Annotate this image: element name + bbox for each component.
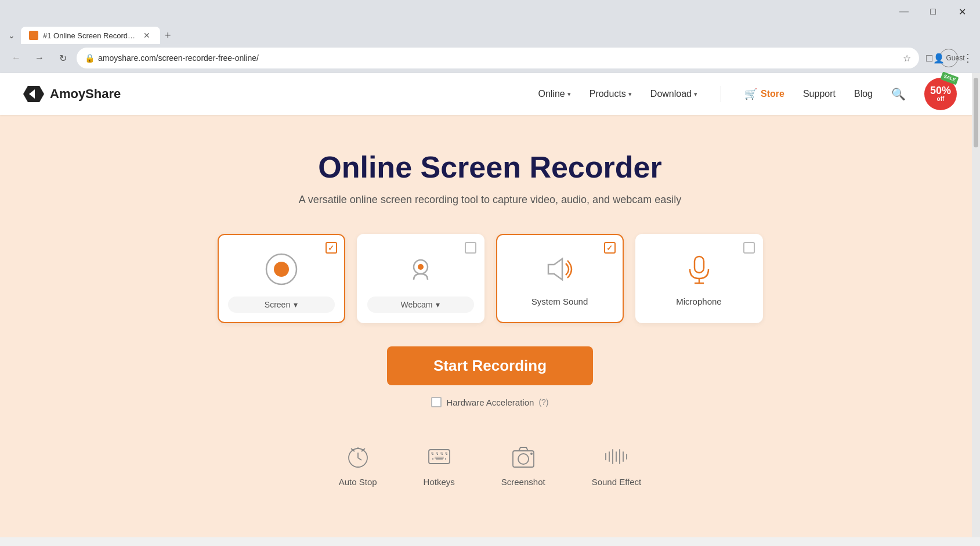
url-text: amoyshare.com/screen-recorder-free-onlin… (98, 53, 899, 63)
tab-close-button[interactable]: ✕ (142, 30, 152, 41)
svg-marker-6 (548, 259, 562, 280)
hardware-acceleration-label: Hardware Acceleration (446, 397, 534, 407)
sale-badge[interactable]: SALE 50% off (924, 78, 957, 110)
features-row: Auto Stop (12, 442, 968, 487)
microphone-label: Microphone (676, 296, 721, 306)
nav-products[interactable]: Products ▾ (590, 89, 632, 99)
nav-blog[interactable]: Blog (854, 89, 873, 99)
nav-support[interactable]: Support (803, 89, 836, 99)
auto-stop-label: Auto Stop (339, 477, 377, 487)
microphone-icon (679, 249, 719, 290)
webcam-checkbox[interactable] (465, 242, 476, 254)
address-bar[interactable]: 🔒 amoyshare.com/screen-recorder-free-onl… (77, 48, 919, 68)
svg-rect-22 (445, 452, 447, 454)
auto-stop-feature[interactable]: Auto Stop (339, 442, 377, 487)
logo-text: AmoyShare (50, 86, 121, 102)
screenshot-icon (509, 442, 538, 471)
main-content: Online Screen Recorder A versatile onlin… (0, 115, 980, 510)
nav-divider (721, 86, 721, 102)
hardware-acceleration-help-icon[interactable]: (?) (538, 397, 548, 407)
webcam-option-card[interactable]: Webcam ▾ (357, 234, 484, 323)
hotkeys-label: Hotkeys (424, 477, 455, 487)
maximize-button[interactable]: □ (920, 2, 946, 21)
guest-label: Guest (946, 54, 965, 62)
nav-links: Online ▾ Products ▾ Download ▾ 🛒 Store S… (538, 78, 957, 110)
svg-point-26 (530, 453, 533, 455)
screen-dropdown[interactable]: Screen ▾ (228, 296, 335, 313)
tab-title: #1 Online Screen Recorder - Re... (43, 31, 137, 40)
new-tab-button[interactable]: + (160, 27, 176, 44)
screen-option-card[interactable]: Screen ▾ (218, 234, 345, 323)
svg-rect-20 (436, 452, 438, 454)
svg-rect-21 (440, 452, 443, 454)
logo[interactable]: AmoyShare (23, 84, 121, 104)
sale-percentage: 50% (930, 85, 951, 96)
browser-tab[interactable]: #1 Online Screen Recorder - Re... ✕ (21, 27, 160, 44)
sale-ribbon-label: SALE (940, 71, 959, 85)
nav-download[interactable]: Download ▾ (650, 89, 697, 99)
sale-off-label: off (937, 96, 945, 103)
tab-favicon (29, 31, 38, 40)
page-title: Online Screen Recorder (12, 150, 968, 185)
options-row: Screen ▾ Webcam ▾ (12, 234, 968, 323)
svg-point-3 (274, 262, 289, 277)
auto-stop-icon (343, 442, 373, 471)
back-button[interactable]: ← (7, 49, 26, 67)
screen-checkbox[interactable] (326, 242, 337, 254)
cart-icon: 🛒 (744, 88, 757, 100)
sound-effect-feature[interactable]: Sound Effect (592, 442, 642, 487)
sound-effect-icon (602, 442, 631, 471)
system-sound-option-card[interactable]: System Sound (496, 234, 624, 323)
recent-tabs-button[interactable]: ⌄ (5, 28, 19, 42)
hotkeys-feature[interactable]: Hotkeys (424, 442, 455, 487)
sound-effect-label: Sound Effect (592, 477, 642, 487)
bookmark-button[interactable]: ☆ (903, 53, 911, 64)
system-sound-icon (540, 249, 580, 290)
hardware-acceleration-checkbox[interactable] (431, 397, 442, 407)
microphone-option-card[interactable]: Microphone (635, 234, 763, 323)
screenshot-feature[interactable]: Screenshot (501, 442, 545, 487)
nav-online[interactable]: Online ▾ (538, 89, 570, 99)
extensions-button[interactable]: ⋮ (963, 52, 973, 64)
forward-button[interactable]: → (30, 49, 49, 67)
logo-icon (23, 84, 44, 104)
reload-button[interactable]: ↻ (53, 49, 72, 67)
system-sound-label: System Sound (531, 296, 588, 306)
page-subtitle: A versatile online screen recording tool… (12, 194, 968, 206)
hotkeys-icon (425, 442, 454, 471)
navigation-bar: AmoyShare Online ▾ Products ▾ Download ▾… (0, 73, 980, 115)
screenshot-label: Screenshot (501, 477, 545, 487)
close-button[interactable]: ✕ (949, 2, 975, 21)
microphone-checkbox[interactable] (743, 242, 755, 254)
svg-point-25 (518, 454, 529, 464)
nav-store[interactable]: 🛒 Store (744, 88, 784, 100)
hardware-acceleration-row: Hardware Acceleration (?) (12, 397, 968, 407)
system-sound-checkbox[interactable] (604, 242, 616, 254)
svg-rect-7 (695, 256, 704, 273)
minimize-button[interactable]: — (891, 2, 917, 21)
screen-icon (261, 249, 302, 290)
webcam-icon (400, 249, 441, 290)
profile-button[interactable]: 👤 Guest (939, 49, 958, 67)
search-button[interactable]: 🔍 (891, 87, 906, 101)
svg-point-5 (418, 264, 424, 270)
start-recording-button[interactable]: Start Recording (387, 346, 593, 385)
webcam-dropdown[interactable]: Webcam ▾ (367, 296, 474, 313)
svg-rect-23 (435, 457, 444, 459)
svg-rect-19 (431, 452, 433, 454)
